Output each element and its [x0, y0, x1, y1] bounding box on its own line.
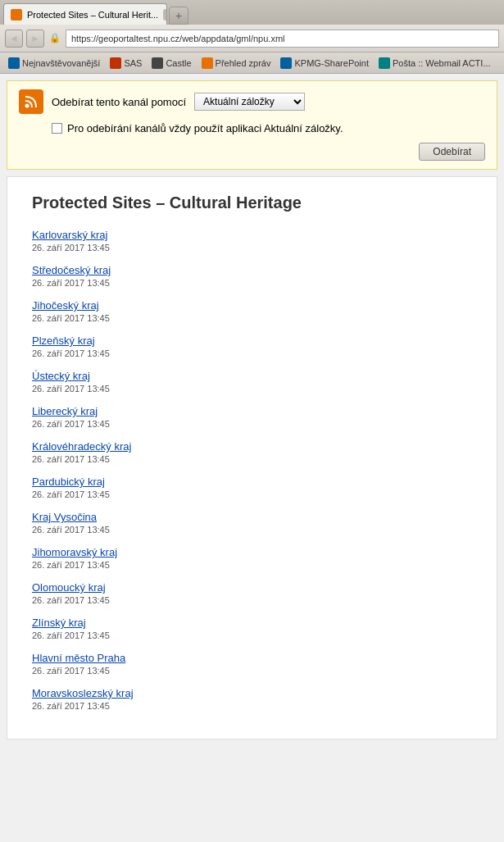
feed-date-2: 26. září 2017 13:45 [32, 313, 472, 323]
bookmark-label-2: Castle [166, 58, 191, 68]
feed-link-5[interactable]: Liberecký kraj [32, 405, 472, 417]
bookmark-label-5: Pošta :: Webmail ACTI... [393, 58, 491, 68]
bookmark-favicon-1 [110, 57, 121, 69]
bookmarks-bar: Nejnavštěvovanější SAS Castle Přehled zp… [0, 52, 504, 74]
rss-icon [19, 89, 43, 114]
feed-item-0: Karlovarský kraj26. září 2017 13:45 [32, 229, 472, 253]
bookmark-label-1: SAS [124, 58, 142, 68]
feed-link-11[interactable]: Zlínský kraj [32, 617, 472, 629]
feed-date-9: 26. září 2017 13:45 [32, 560, 472, 570]
feed-link-2[interactable]: Jihočeský kraj [32, 299, 472, 312]
feed-link-6[interactable]: Královéhradecký kraj [32, 440, 472, 453]
rss-row-button: Odebírat [19, 143, 485, 161]
bookmark-item-3[interactable]: Přehled zpráv [198, 57, 275, 70]
feed-link-7[interactable]: Pardubický kraj [32, 476, 472, 488]
bookmark-favicon-4 [280, 57, 292, 69]
rss-prompt-text: Odebírat tento kanál pomocí [52, 96, 186, 108]
feed-date-5: 26. září 2017 13:45 [32, 419, 472, 429]
feed-date-0: 26. září 2017 13:45 [32, 243, 472, 253]
feed-link-13[interactable]: Moravskoslezský kraj [32, 687, 472, 699]
feed-date-6: 26. září 2017 13:45 [32, 454, 472, 464]
feed-link-10[interactable]: Olomoucký kraj [32, 581, 472, 594]
navigation-bar: ◄ ► 🔒 https://geoportaltest.npu.cz/web/a… [0, 25, 504, 52]
back-button[interactable]: ◄ [5, 30, 23, 48]
feed-item-7: Pardubický kraj26. září 2017 13:45 [32, 476, 472, 499]
feed-link-9[interactable]: Jihomoravský kraj [32, 546, 472, 558]
feed-date-10: 26. září 2017 13:45 [32, 595, 472, 605]
feed-date-12: 26. září 2017 13:45 [32, 666, 472, 676]
feed-list: Karlovarský kraj26. září 2017 13:45Střed… [32, 229, 472, 711]
rss-row-checkbox: Pro odebírání kanálů vždy použít aplikac… [19, 122, 485, 134]
feed-date-11: 26. září 2017 13:45 [32, 630, 472, 640]
bookmark-label-0: Nejnavštěvovanější [22, 58, 100, 68]
checkbox-label: Pro odebírání kanálů vždy použít aplikac… [67, 122, 343, 134]
bookmark-item-4[interactable]: KPMG-SharePoint [277, 57, 371, 70]
main-content: Protected Sites – Cultural Heritage Karl… [7, 176, 497, 740]
feed-item-13: Moravskoslezský kraj26. září 2017 13:45 [32, 687, 472, 711]
feed-date-4: 26. září 2017 13:45 [32, 384, 472, 394]
browser-chrome: Protected Sites – Cultural Herit... × + … [0, 0, 504, 74]
feed-date-8: 26. září 2017 13:45 [32, 525, 472, 535]
feed-item-5: Liberecký kraj26. září 2017 13:45 [32, 405, 472, 429]
bookmark-favicon-0 [8, 57, 20, 69]
tab-title: Protected Sites – Cultural Herit... [27, 10, 158, 20]
bookmark-label-3: Přehled zpráv [216, 58, 271, 68]
bookmark-item-5[interactable]: Pošta :: Webmail ACTI... [375, 57, 494, 70]
feed-date-13: 26. září 2017 13:45 [32, 701, 472, 711]
feed-date-1: 26. září 2017 13:45 [32, 278, 472, 288]
tab-bar: Protected Sites – Cultural Herit... × + [0, 0, 504, 25]
feed-link-3[interactable]: Plzeňský kraj [32, 335, 472, 347]
feed-date-3: 26. září 2017 13:45 [32, 348, 472, 358]
tab-close-button[interactable]: × [163, 9, 167, 20]
bookmark-label-4: KPMG-SharePoint [294, 58, 368, 68]
bookmark-item-0[interactable]: Nejnavštěvovanější [5, 57, 103, 70]
feed-item-6: Královéhradecký kraj26. září 2017 13:45 [32, 440, 472, 464]
page-title: Protected Sites – Cultural Heritage [32, 193, 472, 212]
feed-item-4: Ústecký kraj26. září 2017 13:45 [32, 370, 472, 394]
forward-button[interactable]: ► [26, 30, 44, 48]
feed-link-0[interactable]: Karlovarský kraj [32, 229, 472, 241]
feed-item-1: Středočeský kraj26. září 2017 13:45 [32, 264, 472, 288]
feed-item-11: Zlínský kraj26. září 2017 13:45 [32, 617, 472, 640]
feed-item-9: Jihomoravský kraj26. září 2017 13:45 [32, 546, 472, 570]
feed-link-12[interactable]: Hlavní město Praha [32, 652, 472, 664]
svg-point-0 [25, 104, 30, 108]
active-tab[interactable]: Protected Sites – Cultural Herit... × [3, 3, 167, 25]
bookmark-favicon-2 [152, 57, 163, 69]
feed-link-8[interactable]: Kraj Vysočina [32, 511, 472, 523]
feed-item-10: Olomoucký kraj26. září 2017 13:45 [32, 581, 472, 605]
feed-item-2: Jihočeský kraj26. září 2017 13:45 [32, 299, 472, 323]
bookmark-item-2[interactable]: Castle [148, 57, 194, 70]
bookmark-favicon-3 [202, 57, 213, 69]
bookmark-item-1[interactable]: SAS [107, 57, 145, 70]
lock-icon: 🔒 [48, 31, 62, 46]
tab-favicon [11, 9, 22, 20]
feed-item-12: Hlavní město Praha26. září 2017 13:45 [32, 652, 472, 676]
always-use-checkbox[interactable] [52, 123, 62, 134]
feed-item-8: Kraj Vysočina26. září 2017 13:45 [32, 511, 472, 535]
feed-item-3: Plzeňský kraj26. září 2017 13:45 [32, 335, 472, 358]
feed-link-1[interactable]: Středočeský kraj [32, 264, 472, 276]
subscribe-button[interactable]: Odebírat [419, 143, 485, 161]
bookmark-favicon-5 [379, 57, 390, 69]
feed-date-7: 26. září 2017 13:45 [32, 489, 472, 499]
rss-subscription-bar: Odebírat tento kanál pomocí Aktuální zál… [7, 80, 497, 170]
new-tab-button[interactable]: + [169, 7, 188, 25]
feed-link-4[interactable]: Ústecký kraj [32, 370, 472, 382]
address-bar[interactable]: https://geoportaltest.npu.cz/web/appdata… [66, 30, 499, 48]
address-text: https://geoportaltest.npu.cz/web/appdata… [71, 34, 285, 43]
rss-app-select[interactable]: Aktuální záložky Google Outlook [194, 93, 305, 111]
rss-row-main: Odebírat tento kanál pomocí Aktuální zál… [19, 89, 485, 114]
